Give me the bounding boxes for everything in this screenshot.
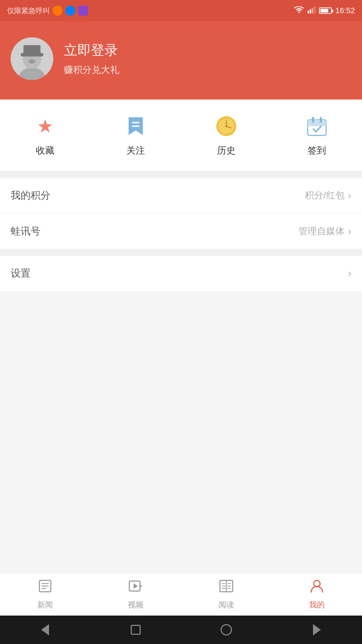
quick-actions: ★ 收藏 关注 历史 <box>0 100 362 171</box>
nav-read[interactable]: 阅读 <box>203 579 249 610</box>
media-right: 管理自媒体 › <box>298 225 351 237</box>
svg-rect-22 <box>320 117 322 123</box>
menu-icon <box>313 624 321 635</box>
nav-mine[interactable]: 我的 <box>294 579 340 610</box>
read-label: 阅读 <box>218 600 234 610</box>
svg-rect-21 <box>312 117 314 123</box>
action-follow[interactable]: 关注 <box>114 114 157 157</box>
signal-icon <box>308 6 315 16</box>
action-checkin[interactable]: 签到 <box>296 114 338 157</box>
media-left-label: 蛙讯号 <box>11 225 40 238</box>
media-chevron-icon: › <box>348 226 351 237</box>
menu-item-settings[interactable]: 设置 › <box>0 256 362 291</box>
settings-chevron-icon: › <box>348 268 351 279</box>
menu-divider-2 <box>0 249 362 256</box>
settings-right: › <box>348 268 351 279</box>
nav-news[interactable]: 新闻 <box>22 579 68 610</box>
app-icon-1 <box>53 6 63 16</box>
time-display: 16:52 <box>335 6 355 15</box>
checkin-icon-container <box>304 114 329 139</box>
svg-rect-0 <box>308 11 309 14</box>
nav-video[interactable]: 视频 <box>113 579 159 610</box>
svg-rect-20 <box>308 124 326 126</box>
news-label: 新闻 <box>37 600 53 610</box>
settings-left-label: 设置 <box>11 267 31 280</box>
follow-icon-container <box>123 114 148 139</box>
login-subtitle: 赚积分兑大礼 <box>64 64 119 76</box>
checkin-label: 签到 <box>308 144 326 157</box>
wifi-icon <box>294 6 304 16</box>
favorites-icon: ★ <box>33 114 58 139</box>
emergency-text: 仅限紧急呼叫 <box>7 6 50 16</box>
media-right-label: 管理自媒体 <box>298 225 345 237</box>
video-label: 视频 <box>128 600 144 610</box>
login-title: 立即登录 <box>64 41 119 59</box>
home-square-icon <box>131 625 141 635</box>
points-left-label: 我的积分 <box>11 189 50 202</box>
svg-rect-3 <box>314 6 315 14</box>
svg-point-38 <box>314 580 320 587</box>
sys-recents-button[interactable] <box>219 623 233 637</box>
profile-header[interactable]: 立即登录 赚积分兑大礼 <box>0 21 362 100</box>
status-right: 16:52 <box>294 6 355 16</box>
calendar-icon <box>307 116 327 136</box>
menu-item-points[interactable]: 我的积分 积分/红包 › <box>0 178 362 213</box>
menu-section: 我的积分 积分/红包 › 蛙讯号 管理自媒体 › 设置 › <box>0 178 362 291</box>
svg-point-9 <box>28 59 36 64</box>
avatar <box>11 37 53 80</box>
points-right-label: 积分/红包 <box>305 189 344 202</box>
app-icon-2 <box>65 6 75 16</box>
points-right: 积分/红包 › <box>305 189 351 202</box>
video-icon <box>128 579 143 597</box>
svg-rect-8 <box>23 45 40 54</box>
favorites-label: 收藏 <box>36 144 54 157</box>
sys-home-button[interactable] <box>129 623 143 637</box>
divider-1 <box>0 171 362 178</box>
action-favorites[interactable]: ★ 收藏 <box>24 114 66 157</box>
news-icon <box>38 579 53 597</box>
menu-item-media[interactable]: 蛙讯号 管理自媒体 › <box>0 214 362 249</box>
follow-label: 关注 <box>126 144 145 157</box>
chevron-right-icon: › <box>348 190 351 201</box>
system-nav-bar <box>0 616 362 644</box>
status-bar: 仅限紧急呼叫 16:52 <box>0 0 362 21</box>
sys-back-button[interactable] <box>38 623 52 637</box>
svg-point-17 <box>225 125 227 127</box>
svg-rect-12 <box>132 125 139 127</box>
svg-marker-28 <box>140 584 142 588</box>
app-icon-3 <box>78 6 88 16</box>
bookmark-icon <box>127 116 145 137</box>
battery-icon <box>319 7 332 14</box>
recents-circle-icon <box>221 624 232 635</box>
svg-marker-29 <box>134 583 138 589</box>
history-label: 历史 <box>217 144 236 157</box>
action-history[interactable]: 历史 <box>205 114 248 157</box>
svg-rect-2 <box>312 8 313 14</box>
profile-text: 立即登录 赚积分兑大礼 <box>64 41 119 76</box>
bottom-navigation: 新闻 视频 阅读 <box>0 573 362 616</box>
mine-icon <box>309 579 324 597</box>
history-icon-container <box>214 114 239 139</box>
status-left: 仅限紧急呼叫 <box>7 6 88 16</box>
mine-label: 我的 <box>309 600 325 610</box>
clock-icon <box>216 116 237 136</box>
sys-menu-button[interactable] <box>310 623 324 637</box>
back-icon <box>41 624 49 635</box>
read-icon <box>219 579 234 597</box>
svg-rect-11 <box>132 122 139 123</box>
svg-rect-1 <box>310 9 311 14</box>
